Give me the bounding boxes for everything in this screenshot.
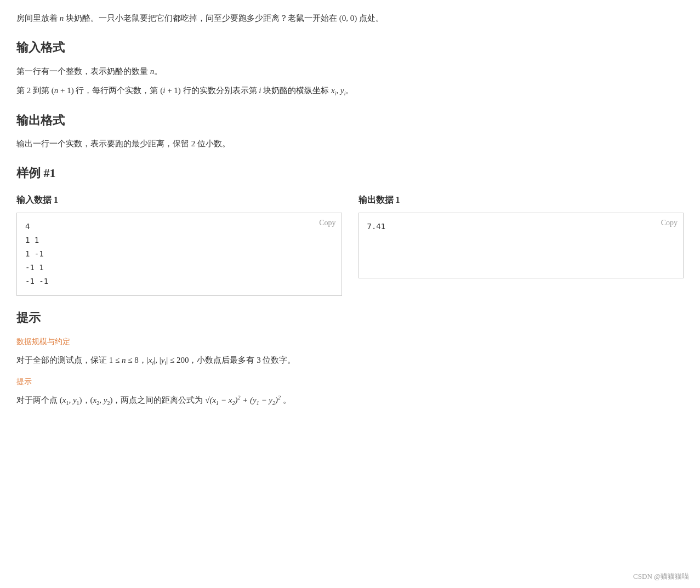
problem-intro: 房间里放着 n 块奶酪。一只小老鼠要把它们都吃掉，问至少要跑多少距离？老鼠一开始… — [16, 11, 684, 26]
output-data-label: 输出数据 1 — [358, 192, 684, 208]
data-scale-link[interactable]: 数据规模与约定 — [16, 338, 70, 346]
data-scale-text: 对于全部的测试点，保证 1 ≤ n ≤ 8，|xi|, |yi| ≤ 200，小… — [16, 353, 684, 368]
hint-link[interactable]: 提示 — [16, 378, 32, 386]
output-format-text: 输出一行一个实数，表示要跑的最少距离，保留 2 位小数。 — [16, 136, 684, 151]
output-copy-button[interactable]: Copy — [661, 219, 678, 227]
output-data-box: Copy 7.41 — [358, 213, 684, 278]
input-format-line1: 第一行有一个整数，表示奶酪的数量 n。 — [16, 64, 684, 79]
sample-heading: 样例 #1 — [16, 162, 684, 184]
input-copy-button[interactable]: Copy — [319, 219, 335, 227]
output-format-heading: 输出格式 — [16, 110, 684, 132]
output-data-section: 输出数据 1 Copy 7.41 — [358, 192, 684, 296]
sample-container: 输入数据 1 Copy 4 1 1 1 -1 -1 1 -1 -1 输出数据 1… — [16, 192, 684, 296]
input-data-content: 4 1 1 1 -1 -1 1 -1 -1 — [25, 220, 333, 289]
input-data-section: 输入数据 1 Copy 4 1 1 1 -1 -1 1 -1 -1 — [16, 192, 342, 296]
output-data-content: 7.41 — [367, 220, 675, 233]
input-data-box: Copy 4 1 1 1 -1 -1 1 -1 -1 — [16, 213, 342, 296]
hint-heading: 提示 — [16, 307, 684, 329]
input-format-line2: 第 2 到第 (n + 1) 行，每行两个实数，第 (i + 1) 行的实数分别… — [16, 83, 684, 99]
hint-section: 提示 数据规模与约定 对于全部的测试点，保证 1 ≤ n ≤ 8，|xi|, |… — [16, 307, 684, 408]
hint-text: 对于两个点 (x1, y1)，(x2, y2)，两点之间的距离公式为 √(x1 … — [16, 393, 684, 408]
input-format-heading: 输入格式 — [16, 37, 684, 59]
input-data-label: 输入数据 1 — [16, 192, 342, 208]
